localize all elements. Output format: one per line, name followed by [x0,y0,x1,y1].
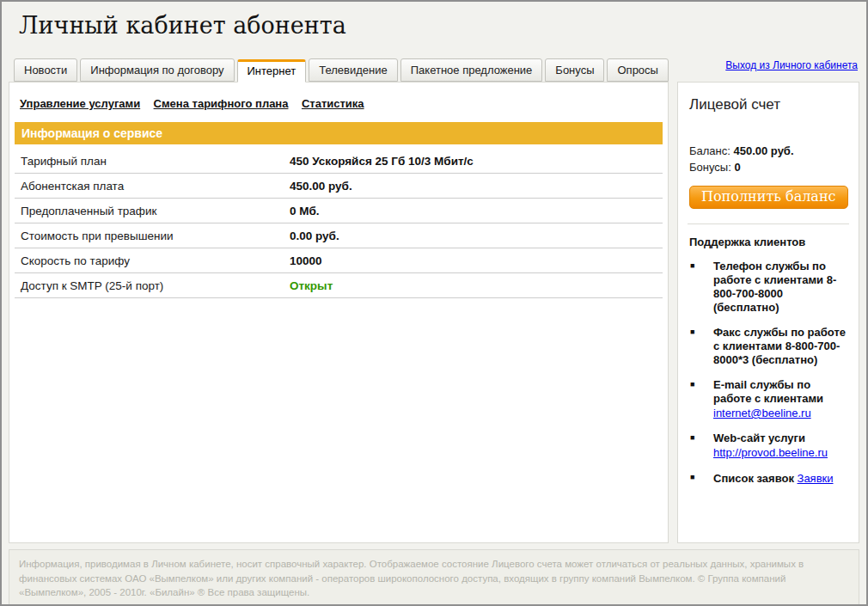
page-header: Личный кабинет абонента [2,2,866,40]
account-sidebar: Лицевой счет Баланс: 450.00 руб. Бонусы:… [677,82,859,543]
bullet-square-icon: ■ [688,432,713,460]
support-list: ■ Телефон службы по работе с клиентами 8… [688,260,849,486]
list-item-support-website: ■ Web-сайт услуги http://provod.beeline.… [688,432,849,460]
bonus-label: Бонусы: [689,161,731,174]
support-item-text: E-mail службы по работе с клиентами inte… [713,378,849,420]
row-label: Тарифный план [15,149,290,174]
bonus-value: 0 [734,161,740,174]
table-row-tariff-plan: Тарифный план 450 Ускоряйся 25 Гб 10/3 М… [15,149,663,174]
tab-television[interactable]: Телевидение [309,58,397,82]
list-item-support-fax: ■ Факс службы по работе с клиентами 8-80… [688,326,849,367]
row-label: Абонентская плата [15,174,290,199]
internet-subnav: Управление услугами Смена тарифного план… [20,95,663,111]
main-panel: Управление услугами Смена тарифного план… [9,82,669,543]
balance-label: Баланс: [689,144,730,157]
support-item-title: E-mail службы по работе с клиентами [713,378,823,405]
subnav-link-manage-services[interactable]: Управление услугами [20,97,140,110]
service-info-table: Тарифный план 450 Ускоряйся 25 Гб 10/3 М… [15,149,663,298]
row-value: 10000 [290,248,663,273]
row-value: 0.00 руб. [290,223,663,248]
tab-bonuses[interactable]: Бонусы [545,58,604,82]
support-item-text: Факс службы по работе с клиентами 8-800-… [713,326,849,367]
subnav-link-statistics[interactable]: Статистика [302,97,364,110]
table-row-tariff-speed: Скорость по тарифу 10000 [15,248,663,273]
row-value: 0 Мб. [290,199,663,223]
row-label: Стоимость при превышении [15,223,290,248]
row-label: Предоплаченный трафик [15,199,290,223]
logout-link[interactable]: Выход из Личного кабинета [725,58,858,71]
subnav-link-change-tariff[interactable]: Смена тарифного плана [154,97,289,110]
support-email-link[interactable]: internet@beeline.ru [713,407,811,420]
tab-contract-info[interactable]: Информация по договору [80,58,234,82]
balance-line: Баланс: 450.00 руб. [689,144,849,157]
table-row-smtp-access: Доступ к SMTP (25-й порт) Открыт [15,273,663,298]
balance-value: 450.00 руб. [734,144,794,157]
support-item-text: Телефон службы по работе с клиентами 8-8… [713,260,849,315]
row-label: Скорость по тарифу [15,248,290,273]
requests-link[interactable]: Заявки [798,472,834,486]
list-item-requests: ■ Список заявок Заявки [688,471,849,486]
support-item-title: Список заявок [713,472,794,485]
status-badge: Открыт [290,273,663,298]
tab-surveys[interactable]: Опросы [607,58,668,82]
personal-account-page: Личный кабинет абонента Новости Информац… [0,0,868,606]
topup-balance-button[interactable]: Пополнить баланс [689,186,848,209]
footer-disclaimer: Информация, приводимая в Личном кабинете… [9,549,859,606]
support-item-title: Web-сайт услуги [713,432,805,444]
row-label: Доступ к SMTP (25-й порт) [15,273,290,298]
service-info-banner: Информация о сервисе [15,122,663,144]
list-item-support-phone: ■ Телефон службы по работе с клиентами 8… [688,260,849,315]
content-area: Управление услугами Смена тарифного план… [9,82,859,543]
table-row-overage-cost: Стоимость при превышении 0.00 руб. [15,223,663,248]
support-website-link[interactable]: http://provod.beeline.ru [713,446,828,460]
list-item-support-email: ■ E-mail службы по работе с клиентами in… [688,378,849,420]
bonus-line: Бонусы: 0 [689,161,849,174]
table-row-prepaid-traffic: Предоплаченный трафик 0 Мб. [15,199,663,223]
tab-internet[interactable]: Интернет [237,59,307,83]
tab-bar: Новости Информация по договору Интернет … [14,58,858,82]
bullet-square-icon: ■ [688,260,713,315]
row-value: 450 Ускоряйся 25 Гб 10/3 Мбит/с [290,149,663,174]
bullet-square-icon: ■ [688,471,713,486]
account-title: Лицевой счет [689,96,849,113]
table-row-subscription-fee: Абонентская плата 450.00 руб. [15,174,663,199]
sidebar-divider [688,223,849,224]
bullet-square-icon: ■ [688,326,713,367]
tab-news[interactable]: Новости [14,58,77,82]
tab-package-offer[interactable]: Пакетное предложение [400,58,543,82]
support-item-text: Список заявок Заявки [713,471,849,486]
row-value: 450.00 руб. [290,174,663,199]
support-title: Поддержка клиентов [689,236,849,248]
support-item-text: Web-сайт услуги http://provod.beeline.ru [713,432,849,460]
page-title: Личный кабинет абонента [2,2,866,40]
bullet-square-icon: ■ [688,378,713,420]
